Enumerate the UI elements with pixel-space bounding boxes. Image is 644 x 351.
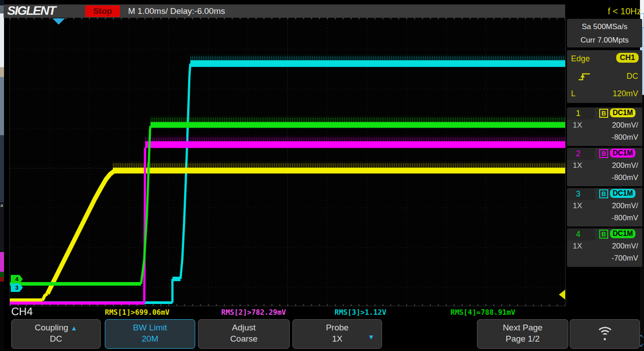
rms-measurement-ch3: RMS[3]>1.12V — [335, 308, 386, 317]
probe-attenuation: 1X — [573, 121, 582, 130]
rms-measurement-ch2: RMS[2]>782.29mV — [221, 308, 286, 317]
adjust-button-value: Coarse — [198, 334, 289, 344]
bandwidth-limit-badge: B — [599, 149, 608, 158]
scrollbar-arrows-icon[interactable]: ↖↙ — [640, 332, 644, 349]
trigger-type-label: Edge — [571, 54, 590, 64]
next-page-button[interactable]: Next Page Page 1/2 — [477, 319, 568, 349]
vertical-offset: -800mV — [611, 214, 638, 223]
coupling-badge: DC1M — [610, 108, 635, 117]
trigger-info-box[interactable]: Edge CH1 DC L 120mV — [567, 50, 642, 103]
vertical-scale: 200mV/ — [612, 161, 638, 170]
trigger-level-marker[interactable] — [559, 290, 565, 300]
selected-channel-label: CH4 — [11, 305, 33, 318]
rms-measurement-ch1: RMS[1]>699.06mV — [105, 308, 170, 317]
vertical-scale: 200mV/ — [612, 242, 638, 251]
wifi-button[interactable] — [570, 319, 640, 349]
measurement-row: CH4 RMS[1]>699.06mV RMS[2]>782.29mV RMS[… — [0, 305, 644, 319]
trigger-source-badge[interactable]: CH1 — [616, 53, 639, 63]
probe-attenuation: 1X — [573, 161, 582, 170]
run-stop-status-badge[interactable]: Stop — [85, 5, 120, 17]
adjust-button[interactable]: Adjust Coarse — [198, 319, 290, 349]
channel1-number: 1 — [576, 109, 580, 118]
down-arrow-icon: ▼ — [368, 333, 374, 341]
trigger-level-value: 120mV — [613, 89, 638, 98]
channel1-info-box[interactable]: 1 B DC1M 1X 200mV/ -800mV — [567, 107, 642, 146]
bw-limit-button-label: BW Limit — [105, 323, 195, 333]
vertical-scale: 200mV/ — [612, 201, 638, 210]
vertical-offset: -700mV — [611, 254, 638, 263]
channel3-number: 3 — [576, 189, 580, 199]
channel-number-tab — [567, 188, 595, 200]
vertical-offset: -800mV — [611, 133, 638, 142]
trigger-coupling-value: DC — [627, 72, 638, 81]
probe-button-label: Probe — [293, 323, 382, 333]
coupling-button-value: DC — [12, 334, 100, 344]
edge-artifact-text: a — [0, 201, 3, 209]
memory-depth: Curr 7.00Mpts — [567, 34, 642, 47]
waveform-display: 43 — [10, 18, 565, 306]
vertical-offset: -800mV — [611, 173, 638, 182]
bandwidth-limit-badge: B — [599, 230, 608, 239]
adjust-button-label: Adjust — [198, 323, 289, 333]
bandwidth-limit-badge: B — [599, 109, 608, 118]
channel-number-tab — [567, 228, 595, 240]
coupling-button[interactable]: Coupling ▲ DC — [11, 319, 101, 349]
bw-limit-button[interactable]: BW Limit 20M — [105, 319, 195, 349]
next-page-button-value: Page 1/2 — [477, 334, 568, 344]
rms-measurement-ch4: RMS[4]=788.91mV — [451, 308, 515, 317]
coupling-badge: DC1M — [610, 189, 635, 198]
timebase-delay-readout[interactable]: M 1.00ms/ Delay:-6.00ms — [128, 4, 225, 18]
acquisition-info-box[interactable]: Sa 500MSa/s Curr 7.00Mpts — [567, 19, 642, 47]
siglent-logo: SIGLENT — [7, 4, 55, 18]
next-page-button-label: Next Page — [477, 323, 568, 333]
channel4-info-box[interactable]: 4 B DC1M 1X 200mV/ -700mV — [567, 228, 642, 267]
probe-button[interactable]: Probe 1X ▼ — [292, 319, 382, 349]
channel3-info-box[interactable]: 3 B DC1M 1X 200mV/ -800mV — [567, 188, 642, 227]
desktop-edge-artifact-left — [0, 0, 4, 351]
channel-number-tab — [567, 107, 595, 120]
sample-rate: Sa 500MSa/s — [567, 20, 642, 34]
channel-number-tab — [567, 148, 595, 160]
trigger-level-label: L — [571, 89, 575, 98]
rising-edge-icon — [578, 72, 591, 81]
probe-attenuation: 1X — [573, 201, 582, 210]
trigger-frequency-readout: f < 10Hz — [566, 4, 641, 18]
top-status-bar: SIGLENT Stop M 1.00ms/ Delay:-6.00ms — [4, 4, 565, 18]
bandwidth-limit-badge: B — [599, 189, 608, 198]
coupling-button-label: Coupling — [34, 323, 68, 332]
coupling-badge: DC1M — [610, 149, 635, 158]
bw-limit-button-value: 20M — [105, 334, 195, 344]
probe-attenuation: 1X — [573, 242, 582, 251]
channel2-info-box[interactable]: 2 B DC1M 1X 200mV/ -800mV — [567, 148, 642, 186]
channel4-number: 4 — [576, 230, 580, 239]
up-arrow-icon: ▲ — [71, 324, 77, 332]
coupling-badge: DC1M — [610, 229, 635, 238]
channel2-number: 2 — [576, 149, 580, 158]
vertical-scale: 200mV/ — [612, 121, 638, 130]
waveform-svg — [10, 18, 565, 306]
trigger-position-marker[interactable] — [52, 18, 65, 25]
